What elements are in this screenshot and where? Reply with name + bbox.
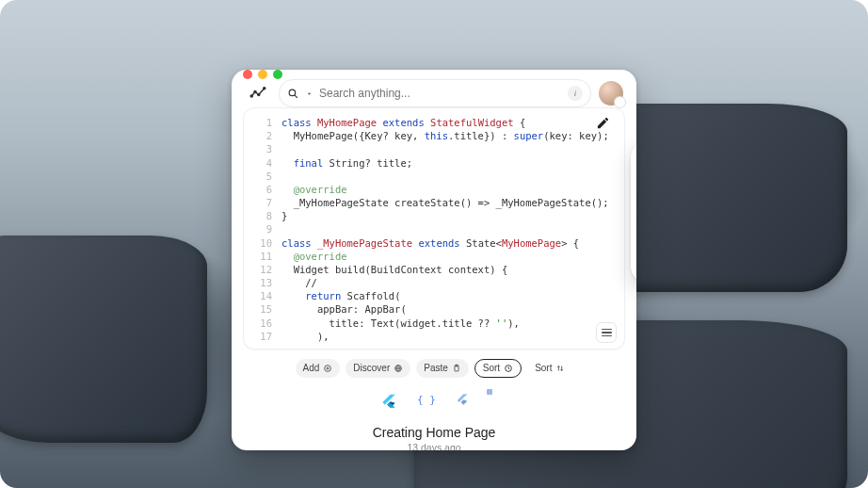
svg-point-4 (289, 89, 296, 96)
globe-icon (394, 364, 403, 373)
asset-icons-row: { } (232, 387, 636, 417)
window-close-button[interactable] (243, 70, 252, 79)
code-line: 14 return Scaffold( (253, 289, 615, 302)
clipboard-icon (452, 364, 461, 373)
svg-line-5 (295, 95, 297, 98)
info-icon[interactable]: i (568, 86, 583, 101)
action-bar: Add Discover Paste Sort Sort (232, 359, 636, 378)
svg-point-3 (264, 88, 265, 89)
search-icon (287, 88, 299, 100)
code-line: 15 appBar: AppBar( (253, 302, 615, 316)
svg-point-2 (258, 93, 260, 95)
code-line: 7 _MyHomePageState createState() => _MyH… (253, 196, 615, 209)
window-minimize-button[interactable] (258, 70, 267, 79)
card-subtitle: 13 days ago (232, 442, 636, 450)
add-label: Add (303, 363, 320, 373)
code-line: 11 @override (253, 250, 615, 263)
pencil-icon[interactable] (596, 116, 615, 135)
code-line: 10class _MyHomePageState extends State<M… (253, 236, 615, 250)
flutter-icon[interactable] (374, 387, 404, 417)
add-button[interactable]: Add (296, 359, 341, 378)
code-line: 17 ), (253, 330, 615, 343)
code-line: 8} (253, 209, 615, 222)
code-line: 16 title: Text(widget.title ?? ''), (253, 317, 615, 330)
top-bar: i (232, 79, 636, 107)
code-line: 1class MyHomePage extends StatefulWidget… (253, 116, 615, 129)
code-line: 9 (253, 222, 615, 236)
code-line: 6 @override (253, 183, 615, 196)
code-snippet-card: 1class MyHomePage extends StatefulWidget… (243, 107, 625, 350)
code-line: 12 Widget build(BuildContext context) { (253, 263, 615, 276)
sort-button[interactable]: Sort (474, 359, 522, 378)
desktop-wallpaper: i 1class MyHomePage extends StatefulWidg… (0, 0, 868, 488)
code-braces-icon[interactable]: { } (413, 387, 440, 414)
chevron-down-icon[interactable] (305, 89, 313, 98)
app-window: i 1class MyHomePage extends StatefulWidg… (232, 70, 636, 450)
code-line: 2 MyHomePage({Key? key, this.title}) : s… (253, 129, 615, 142)
paste-button[interactable]: Paste (416, 359, 469, 378)
svg-point-1 (254, 90, 256, 92)
paste-label: Paste (424, 363, 448, 373)
code-line: 5 (253, 170, 615, 183)
asset-more-icon[interactable] (485, 387, 494, 397)
expand-code-button[interactable] (596, 322, 617, 343)
wallpaper-rock (0, 236, 207, 443)
discover-button[interactable]: Discover (346, 359, 410, 378)
sort-arrows-icon (555, 364, 565, 373)
code-line: 13 // (253, 276, 615, 289)
window-titlebar (232, 70, 636, 79)
clock-icon (504, 364, 513, 373)
card-title: Creating Home Page (232, 425, 636, 440)
sort-label: Sort (483, 363, 500, 373)
svg-point-0 (250, 95, 252, 97)
sort-alt-label: Sort (535, 363, 552, 373)
search-input[interactable] (319, 87, 562, 100)
code-line: 3 (253, 142, 615, 155)
flutter-small-icon[interactable] (449, 387, 475, 414)
code-line: 4 final String? title; (253, 156, 615, 170)
avatar[interactable] (599, 81, 623, 106)
sort-alt-button[interactable]: Sort (527, 359, 572, 378)
search-field[interactable]: i (279, 79, 591, 107)
side-toolbar (631, 141, 636, 283)
discover-label: Discover (353, 363, 390, 373)
window-zoom-button[interactable] (273, 70, 282, 79)
analytics-icon[interactable] (245, 80, 271, 106)
plus-icon (323, 364, 332, 373)
